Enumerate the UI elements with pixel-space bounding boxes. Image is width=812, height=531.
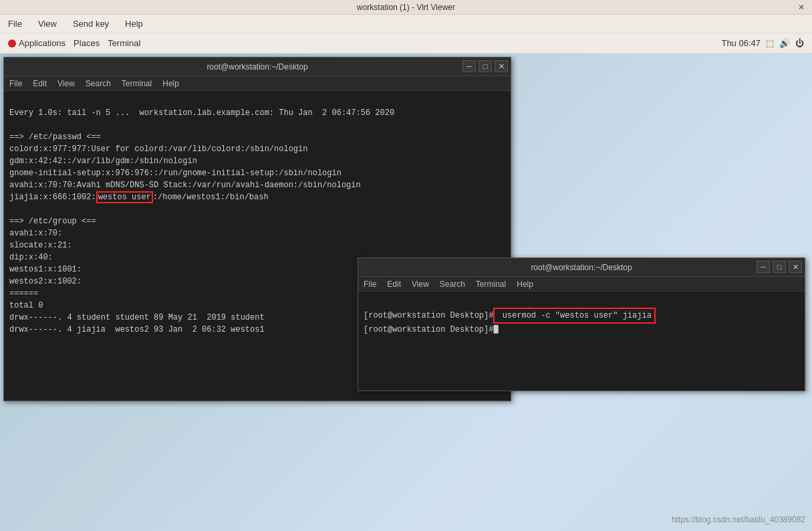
t2-menu-terminal[interactable]: Terminal bbox=[476, 280, 506, 289]
t1-menu-terminal[interactable]: Terminal bbox=[122, 79, 152, 88]
t1-line1: Every 1.0s: tail -n 5 ... workstation.la… bbox=[9, 108, 394, 118]
terminal2-minimize[interactable]: ─ bbox=[757, 261, 770, 273]
t2-menu-help[interactable]: Help bbox=[517, 280, 533, 289]
t2-menu-file[interactable]: File bbox=[364, 280, 376, 289]
t1-line4: colord:x:977:977:User for colord:/var/li… bbox=[9, 144, 307, 154]
terminal2-controls: ─ □ ✕ bbox=[757, 261, 802, 273]
t1-line11: avahi:x:70: bbox=[9, 229, 62, 238]
t1-menu-view[interactable]: View bbox=[57, 79, 75, 88]
taskbar-applications[interactable]: Applications bbox=[8, 38, 65, 48]
app-title: workstation (1) - Virt Viewer bbox=[357, 3, 455, 12]
t1-line9 bbox=[9, 205, 14, 214]
t1-menu-help[interactable]: Help bbox=[162, 79, 179, 88]
t2-menu-view[interactable]: View bbox=[412, 280, 429, 289]
taskbar: Applications Places Terminal Thu 06:47 ⬚… bbox=[0, 33, 812, 54]
menu-sendkey[interactable]: Send key bbox=[70, 17, 112, 30]
t1-menu-file[interactable]: File bbox=[9, 79, 22, 88]
watermark-text: https://blog.csdn.net/baidu_40389082 bbox=[672, 515, 805, 524]
terminal1-menubar: File Edit View Search Terminal Help bbox=[4, 76, 511, 91]
t1-line8-post: :/home/westos1:/bin/bash bbox=[153, 193, 269, 202]
app-menubar: File View Send key Help bbox=[0, 15, 812, 33]
t1-line10: ==> /etc/group <== bbox=[9, 217, 96, 226]
app-titlebar: workstation (1) - Virt Viewer ✕ bbox=[0, 0, 812, 15]
terminal-window-2: root@workstation:~/Desktop ─ □ ✕ File Ed… bbox=[358, 257, 805, 391]
t1-line14: westos1:x:1001: bbox=[9, 265, 82, 274]
app-close-button[interactable]: ✕ bbox=[796, 2, 807, 13]
t1-line18: drwx------. 4 student student 89 May 21 … bbox=[9, 313, 265, 322]
t1-line12: slocate:x:21: bbox=[9, 241, 72, 250]
t2-cursor: █ bbox=[493, 325, 498, 334]
t2-menu-edit[interactable]: Edit bbox=[387, 280, 401, 289]
t1-line3: ==> /etc/passwd <== bbox=[9, 132, 101, 142]
t1-menu-search[interactable]: Search bbox=[86, 79, 111, 88]
terminal2-menubar: File Edit View Search Terminal Help bbox=[358, 277, 805, 292]
applications-label: Applications bbox=[19, 38, 65, 48]
terminal-label: Terminal bbox=[108, 38, 140, 48]
menu-help[interactable]: Help bbox=[122, 17, 146, 30]
t1-line8-highlight: westos user bbox=[96, 191, 153, 203]
desktop: root@workstation:~/Desktop ─ □ ✕ File Ed… bbox=[0, 54, 812, 531]
terminal1-close[interactable]: ✕ bbox=[495, 60, 508, 72]
t1-line8-pre: jiajia:x:666:1002: bbox=[9, 193, 96, 202]
terminal2-close[interactable]: ✕ bbox=[789, 261, 802, 273]
terminal1-title: root@workstation:~/Desktop bbox=[207, 62, 307, 72]
terminal1-controls: ─ □ ✕ bbox=[462, 60, 508, 72]
t2-cmd1-highlight: usermod -c "westos user" jiajia bbox=[493, 308, 655, 324]
terminal2-maximize[interactable]: □ bbox=[773, 261, 786, 273]
power-icon: ⏻ bbox=[795, 38, 804, 48]
t1-menu-edit[interactable]: Edit bbox=[33, 79, 47, 88]
t1-line2 bbox=[9, 120, 14, 130]
places-label: Places bbox=[74, 38, 100, 48]
volume-icon: 🔊 bbox=[779, 38, 790, 48]
t1-line19: drwx------. 4 jiajia westos2 93 Jan 2 06… bbox=[9, 325, 265, 334]
taskbar-right: Thu 06:47 ⬚ 🔊 ⏻ bbox=[721, 38, 804, 48]
terminal1-minimize[interactable]: ─ bbox=[462, 60, 476, 72]
t1-line6: gnome-initial-setup:x:976:976::/run/gnom… bbox=[9, 169, 342, 178]
terminal1-titlebar[interactable]: root@workstation:~/Desktop ─ □ ✕ bbox=[4, 58, 511, 76]
t1-line7: avahi:x:70:70:Avahi mDNS/DNS-SD Stack:/v… bbox=[9, 181, 361, 190]
terminal2-titlebar[interactable]: root@workstation:~/Desktop ─ □ ✕ bbox=[358, 258, 805, 277]
watermark: https://blog.csdn.net/baidu_40389082 bbox=[672, 515, 805, 524]
menu-view[interactable]: View bbox=[35, 17, 59, 30]
t1-line13: dip:x:40: bbox=[9, 253, 53, 262]
t2-prompt1: [root@workstation Desktop]# bbox=[364, 311, 493, 320]
apps-icon bbox=[8, 39, 16, 47]
terminal2-title: root@workstation:~/Desktop bbox=[531, 263, 632, 272]
t1-line15: westos2:x:1002: bbox=[9, 277, 82, 286]
t1-line17: total 0 bbox=[9, 301, 43, 310]
t1-line16: ====== bbox=[9, 289, 38, 298]
t1-line5: gdm:x:42:42::/var/lib/gdm:/sbin/nologin bbox=[9, 156, 197, 166]
terminal2-content: [root@workstation Desktop]# usermod -c "… bbox=[358, 292, 805, 352]
clock: Thu 06:47 bbox=[721, 38, 761, 48]
display-icon: ⬚ bbox=[766, 38, 774, 48]
taskbar-places[interactable]: Places bbox=[74, 38, 100, 48]
taskbar-terminal[interactable]: Terminal bbox=[108, 38, 140, 48]
t2-menu-search[interactable]: Search bbox=[440, 280, 465, 289]
t2-prompt2: [root@workstation Desktop]# bbox=[364, 325, 493, 334]
menu-file[interactable]: File bbox=[5, 17, 25, 30]
taskbar-left: Applications Places Terminal bbox=[8, 38, 140, 48]
terminal1-maximize[interactable]: □ bbox=[479, 60, 492, 72]
